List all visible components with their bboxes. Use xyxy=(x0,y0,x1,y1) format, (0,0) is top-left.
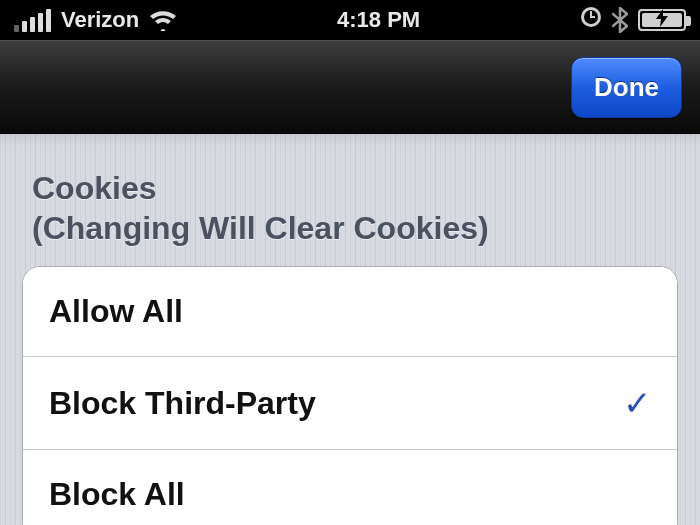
signal-bars-icon xyxy=(14,9,51,32)
screen: Verizon 4:18 PM xyxy=(0,0,700,525)
section-header: Cookies (Changing Will Clear Cookies) xyxy=(32,168,678,248)
option-label: Block All xyxy=(49,476,185,513)
status-time: 4:18 PM xyxy=(337,7,420,33)
checkmark-icon: ✓ xyxy=(623,383,651,423)
option-block-third-party[interactable]: Block Third-Party ✓ xyxy=(23,356,677,449)
option-label: Allow All xyxy=(49,293,183,330)
option-allow-all[interactable]: Allow All xyxy=(23,267,677,356)
status-right xyxy=(580,6,686,34)
options-group: Allow All Block Third-Party ✓ Block All xyxy=(22,266,678,525)
status-bar: Verizon 4:18 PM xyxy=(0,0,700,40)
alarm-icon xyxy=(580,6,602,34)
svg-rect-3 xyxy=(590,16,595,18)
section-title-line1: Cookies xyxy=(32,168,678,208)
battery-charging-icon xyxy=(638,9,686,31)
option-label: Block Third-Party xyxy=(49,385,316,422)
content: Cookies (Changing Will Clear Cookies) Al… xyxy=(0,134,700,525)
option-block-all[interactable]: Block All xyxy=(23,449,677,525)
navbar: Done xyxy=(0,40,700,134)
status-left: Verizon xyxy=(14,7,177,33)
bluetooth-icon xyxy=(612,7,628,33)
carrier-label: Verizon xyxy=(61,7,139,33)
done-button[interactable]: Done xyxy=(571,57,682,118)
section-title-line2: (Changing Will Clear Cookies) xyxy=(32,208,678,248)
wifi-icon xyxy=(149,9,177,31)
